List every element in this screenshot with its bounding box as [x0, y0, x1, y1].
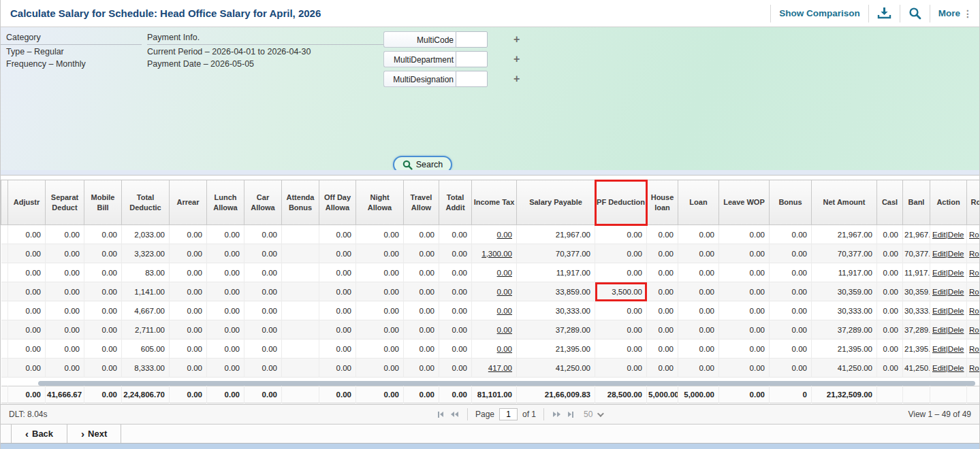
column-header-income-tax[interactable]: Income Tax: [472, 180, 517, 225]
column-header-salary-payable[interactable]: Salary Payable: [517, 180, 595, 225]
rollback-link[interactable]: Rollback: [969, 307, 979, 315]
table-cell: [282, 339, 319, 359]
divider: [868, 5, 869, 22]
column-header-adjustr[interactable]: Adjustr: [8, 180, 46, 225]
table-cell: 0.00: [770, 244, 812, 263]
column-header-night-allowa[interactable]: Night Allowa: [356, 180, 404, 225]
rollback-link[interactable]: Rollback: [969, 231, 979, 239]
rollback-link[interactable]: Rollback: [969, 269, 979, 277]
edit-link[interactable]: Edit: [932, 250, 946, 258]
column-header-total-addit[interactable]: Total Addit: [439, 180, 472, 225]
column-header-action[interactable]: Action: [930, 180, 967, 225]
table-cell: 37,289.00: [812, 320, 877, 339]
table-cell: 0.00: [595, 225, 647, 244]
rollback-link[interactable]: Rollback: [969, 326, 979, 334]
column-header-house-loan[interactable]: House loan: [647, 180, 678, 225]
add-multidepartment-icon[interactable]: +: [513, 54, 520, 65]
column-header-loan[interactable]: Loan: [678, 180, 719, 225]
column-header-rollback[interactable]: Rollback: [967, 180, 980, 225]
income-tax-link[interactable]: 417.00: [488, 364, 512, 372]
table-cell: Rollback: [967, 225, 980, 244]
download-icon: [877, 7, 891, 19]
income-tax-link[interactable]: 1,300.00: [481, 250, 512, 258]
multicode-input[interactable]: [456, 31, 488, 48]
search-button[interactable]: Search: [393, 156, 452, 173]
table-cell: Rollback: [967, 282, 980, 301]
edit-link[interactable]: Edit: [932, 364, 946, 372]
multidepartment-input[interactable]: [456, 51, 488, 67]
table-cell: 0.00: [595, 244, 647, 263]
column-header-bonus[interactable]: Bonus: [770, 180, 812, 225]
column-header-pf-deduction[interactable]: PF Deduction: [595, 180, 647, 225]
rollback-link[interactable]: Rollback: [969, 364, 979, 372]
back-button[interactable]: ‹Back: [11, 425, 67, 443]
column-header-off-day-allowa[interactable]: Off Day Allowa: [319, 180, 356, 225]
column-header-attenda-bonus[interactable]: Attenda Bonus: [282, 180, 319, 225]
delete-link[interactable]: Dele: [948, 288, 964, 296]
column-header-arrear[interactable]: Arrear: [170, 180, 207, 225]
column-header-casl[interactable]: Casl: [877, 180, 903, 225]
income-tax-link[interactable]: 0.00: [497, 288, 512, 296]
edit-link[interactable]: Edit: [932, 269, 946, 277]
income-tax-link[interactable]: 0.00: [497, 231, 512, 239]
delete-link[interactable]: Dele: [948, 231, 964, 239]
show-comparison-button[interactable]: Show Comparison: [779, 8, 860, 18]
table-cell: 0.00: [719, 263, 770, 282]
column-header-travel-allow[interactable]: Travel Allow: [404, 180, 439, 225]
income-tax-link[interactable]: 0.00: [497, 326, 512, 334]
first-page-button[interactable]: [437, 412, 445, 418]
add-multicode-icon[interactable]: +: [513, 34, 520, 45]
filter-panel: Category Type – Regular Frequency – Mont…: [1, 27, 979, 176]
table-cell: 0.00: [84, 339, 122, 359]
search-toggle-button[interactable]: [908, 7, 921, 20]
edit-link[interactable]: Edit: [932, 345, 946, 353]
table-cell: [282, 225, 319, 244]
delete-link[interactable]: Dele: [948, 345, 964, 353]
income-tax-link[interactable]: 0.00: [497, 269, 512, 277]
delete-link[interactable]: Dele: [948, 307, 964, 315]
column-header-leave-wop[interactable]: Leave WOP: [719, 180, 770, 225]
rollback-link[interactable]: Rollback: [969, 288, 979, 296]
multidesignation-input[interactable]: [456, 71, 488, 87]
column-header-lunch-allowa[interactable]: Lunch Allowa: [207, 180, 244, 225]
page-input[interactable]: [499, 408, 518, 420]
table-cell: 0.00: [439, 301, 472, 320]
table-cell: 0.00: [8, 225, 46, 244]
edit-link[interactable]: Edit: [932, 326, 946, 334]
add-multidesignation-icon[interactable]: +: [513, 73, 520, 84]
edit-link[interactable]: Edit: [932, 288, 946, 296]
table-cell: 0.00: [439, 282, 472, 301]
prev-page-button[interactable]: [449, 412, 460, 417]
table-cell: 2,033.00: [122, 225, 170, 244]
delete-link[interactable]: Dele: [948, 326, 964, 334]
column-header-banl[interactable]: Banl: [903, 180, 930, 225]
delete-link[interactable]: Dele: [948, 269, 964, 277]
column-header-car-allowa[interactable]: Car Allowa: [244, 180, 282, 225]
delete-link[interactable]: Dele: [948, 250, 964, 258]
table-cell: 0.00: [719, 225, 770, 244]
income-tax-link[interactable]: 0.00: [497, 345, 512, 353]
page-size-select[interactable]: 50: [584, 410, 602, 419]
last-page-button[interactable]: [567, 412, 575, 418]
table-cell: 1,300.00: [472, 244, 517, 263]
horizontal-scrollbar[interactable]: [38, 381, 975, 386]
column-header-total-deductic[interactable]: Total Deductic: [122, 180, 170, 225]
table-cell: 0.00: [46, 225, 84, 244]
payment-info-label: Payment Info.: [147, 27, 387, 44]
next-button[interactable]: ›Next: [67, 425, 121, 443]
delete-link[interactable]: Dele: [948, 364, 964, 372]
edit-link[interactable]: Edit: [932, 231, 946, 239]
rollback-link[interactable]: Rollback: [969, 345, 979, 353]
next-page-button[interactable]: [552, 412, 562, 417]
column-header-mobile-bill[interactable]: Mobile Bill: [84, 180, 122, 225]
rollback-link[interactable]: Rollback: [969, 250, 979, 258]
download-button[interactable]: [877, 7, 891, 19]
column-header-net-amount[interactable]: Net Amount: [812, 180, 877, 225]
income-tax-link[interactable]: 0.00: [497, 307, 512, 315]
more-button[interactable]: More⋮: [938, 8, 973, 19]
category-type: Type – Regular: [1, 45, 142, 57]
table-cell: 0.00: [244, 263, 282, 282]
column-header-separat-deduct[interactable]: Separat Deduct: [46, 180, 84, 225]
table-cell: 0.00: [439, 225, 472, 244]
edit-link[interactable]: Edit: [932, 307, 946, 315]
